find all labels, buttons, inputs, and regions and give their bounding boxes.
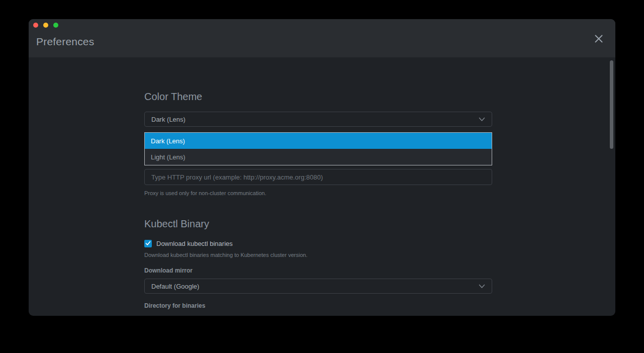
titlebar: Preferences — [29, 19, 615, 57]
http-proxy-input[interactable] — [144, 169, 492, 185]
page-title: Preferences — [36, 36, 94, 48]
color-theme-select-value: Dark (Lens) — [151, 116, 186, 123]
dropdown-option-light-lens[interactable]: Light (Lens) — [145, 149, 492, 165]
download-mirror-label: Download mirror — [144, 267, 492, 275]
download-mirror-select-value: Default (Google) — [151, 283, 199, 290]
download-kubectl-checkbox-row[interactable]: Download kubectl binaries — [144, 239, 492, 248]
download-kubectl-checkbox[interactable] — [144, 240, 152, 247]
http-proxy-hint: Proxy is used only for non-cluster commu… — [144, 190, 492, 197]
scrollbar-thumb[interactable] — [610, 60, 613, 149]
close-traffic-light[interactable] — [33, 23, 38, 28]
close-button[interactable] — [592, 32, 605, 45]
download-mirror-select[interactable]: Default (Google) — [144, 279, 492, 294]
preferences-body: Color Theme Dark (Lens) Dark (Lens) Ligh… — [29, 57, 615, 316]
color-theme-heading: Color Theme — [144, 90, 492, 104]
directory-for-binaries-label: Directory for binaries — [144, 302, 492, 310]
preferences-window: Preferences Color Theme Dark (Lens) — [29, 19, 615, 316]
color-theme-select[interactable]: Dark (Lens) — [144, 112, 492, 127]
download-kubectl-description: Download kubectl binaries matching to Ku… — [144, 251, 492, 258]
chevron-down-icon — [479, 117, 485, 122]
kubectl-binary-heading: Kubectl Binary — [144, 217, 492, 231]
chevron-down-icon — [479, 284, 485, 289]
color-theme-dropdown-menu: Dark (Lens) Light (Lens) — [144, 132, 492, 165]
close-icon — [593, 33, 604, 44]
minimize-traffic-light[interactable] — [43, 23, 48, 28]
checkmark-icon — [145, 241, 151, 246]
traffic-lights — [33, 23, 58, 28]
preferences-content: Color Theme Dark (Lens) Dark (Lens) Ligh… — [144, 57, 492, 316]
zoom-traffic-light[interactable] — [53, 23, 58, 28]
dropdown-option-dark-lens[interactable]: Dark (Lens) — [145, 133, 492, 149]
download-kubectl-checkbox-label: Download kubectl binaries — [156, 240, 233, 247]
